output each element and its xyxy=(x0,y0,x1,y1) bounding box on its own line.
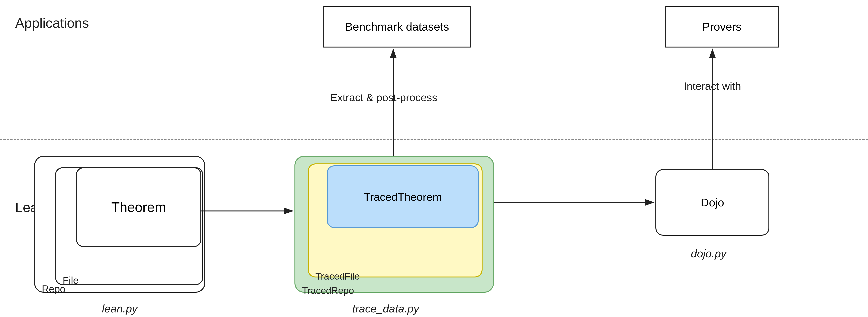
dojo-py-label: dojo.py xyxy=(642,247,775,260)
provers-box: Provers xyxy=(665,6,779,48)
applications-label: Applications xyxy=(15,15,89,31)
tracedtheorem-label: TracedTheorem xyxy=(364,191,442,203)
dojo-box: Dojo xyxy=(655,169,769,236)
theorem-label: Theorem xyxy=(111,199,166,215)
diagram-container: Applications LeanDojo Benchmark datasets… xyxy=(0,0,868,317)
tracedrepo-label: TracedRepo xyxy=(302,285,354,296)
tracedtheorem-box: TracedTheorem xyxy=(327,165,479,228)
dojo-label: Dojo xyxy=(701,196,724,209)
lean-py-label: lean.py xyxy=(38,302,202,315)
theorem-box: Theorem xyxy=(76,167,202,247)
tracedfile-label: TracedFile xyxy=(315,271,360,282)
benchmark-datasets-box: Benchmark datasets xyxy=(323,6,471,48)
extract-label: Extract & post-process xyxy=(300,91,467,104)
provers-label: Provers xyxy=(702,20,742,33)
interact-label: Interact with xyxy=(642,80,783,92)
benchmark-label: Benchmark datasets xyxy=(345,20,449,33)
file-label: File xyxy=(63,275,79,286)
trace-data-py-label: trace_data.py xyxy=(281,302,490,315)
section-divider xyxy=(0,139,868,140)
